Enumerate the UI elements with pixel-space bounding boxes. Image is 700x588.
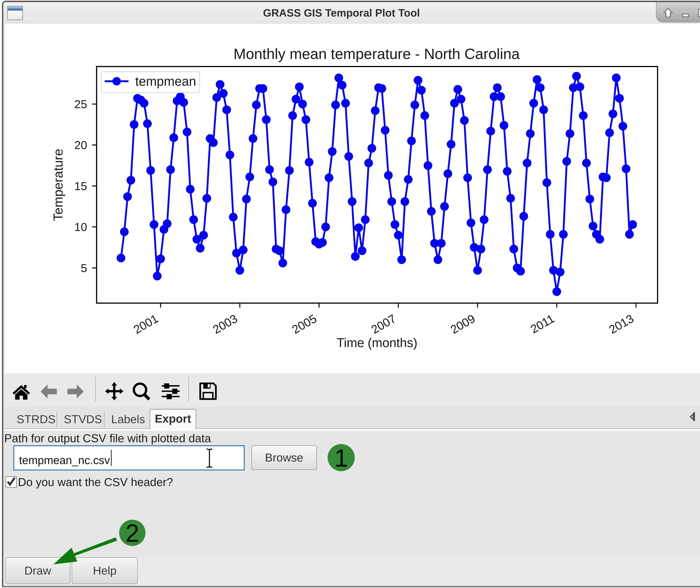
svg-text:10: 10 [74,220,87,233]
svg-text:2001: 2001 [131,312,160,336]
svg-text:2005: 2005 [290,312,319,336]
svg-text:2007: 2007 [369,312,398,336]
svg-text:2013: 2013 [607,312,636,336]
svg-text:Monthly mean temperature - Nor: Monthly mean temperature - North Carolin… [234,45,520,62]
svg-text:tempmean: tempmean [135,74,196,88]
svg-text:20: 20 [74,139,87,151]
svg-text:Time (months): Time (months) [337,336,417,350]
svg-text:2009: 2009 [448,312,477,336]
svg-text:5: 5 [81,261,87,274]
svg-text:2003: 2003 [210,312,240,336]
svg-text:Temperature: Temperature [51,149,65,221]
svg-text:2011: 2011 [528,312,557,336]
svg-text:25: 25 [74,98,87,110]
svg-text:15: 15 [74,180,87,192]
